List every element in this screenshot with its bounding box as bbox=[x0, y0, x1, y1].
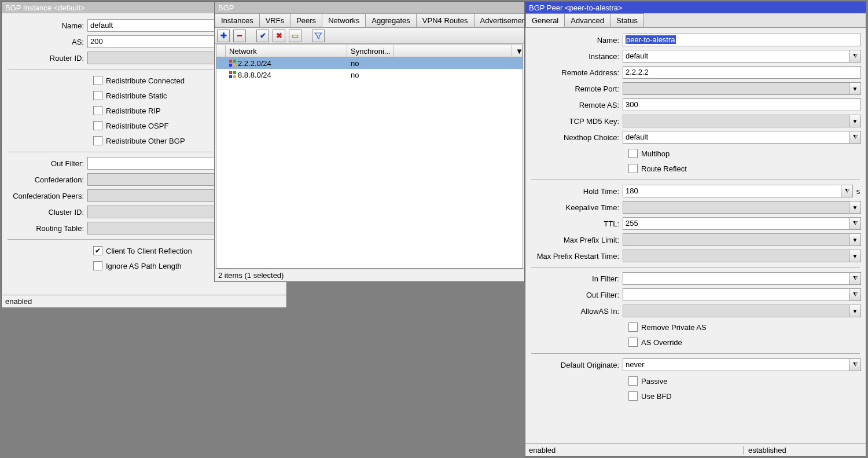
window-title: BGP Peer <peer-to-alestra> bbox=[525, 2, 866, 13]
tab-peers[interactable]: Peers bbox=[290, 13, 322, 27]
name-input[interactable]: peer-to-alestra bbox=[623, 34, 861, 46]
network-icon bbox=[229, 60, 236, 67]
tabs: Instances VRFs Peers Networks Aggregates… bbox=[215, 13, 524, 28]
ttl-label: TTL: bbox=[530, 219, 623, 228]
network-icon bbox=[229, 71, 236, 78]
md5-input[interactable] bbox=[623, 115, 849, 127]
status-established: established bbox=[748, 446, 858, 455]
bgp-window: BGP Instances VRFs Peers Networks Aggreg… bbox=[214, 1, 525, 282]
nexthop-input[interactable]: default bbox=[623, 131, 849, 144]
redistribute-static-label: Redistribute Static bbox=[106, 91, 167, 100]
redistribute-connected-checkbox[interactable] bbox=[93, 76, 102, 85]
keepalive-dropdown[interactable]: ▼ bbox=[849, 201, 861, 214]
add-button[interactable]: ✚ bbox=[217, 30, 230, 42]
toolbar: ✚ ━ ✔ ✖ ▭ bbox=[215, 28, 524, 44]
ttl-input[interactable]: 255 bbox=[623, 217, 849, 230]
filter-button[interactable] bbox=[312, 30, 325, 42]
tab-aggregates[interactable]: Aggregates bbox=[365, 13, 417, 27]
name-label: Name: bbox=[530, 36, 623, 45]
passive-label: Passive bbox=[641, 377, 668, 386]
md5-dropdown[interactable]: ▼ bbox=[849, 115, 861, 127]
asoverride-label: AS Override bbox=[641, 338, 682, 347]
client-to-client-label: Client To Client Reflection bbox=[106, 247, 192, 255]
tab-general[interactable]: General bbox=[525, 13, 565, 27]
maxprefix-input[interactable] bbox=[623, 233, 849, 246]
tabs: General Advanced Status bbox=[525, 13, 866, 28]
table-row[interactable]: 8.8.8.0/24 no bbox=[216, 69, 523, 80]
allowasin-dropdown[interactable]: ▼ bbox=[849, 305, 861, 317]
routereflect-checkbox[interactable] bbox=[628, 164, 638, 173]
holdtime-dropdown[interactable]: ⧨ bbox=[841, 185, 853, 197]
tab-status[interactable]: Status bbox=[610, 13, 644, 27]
disable-button[interactable]: ✖ bbox=[273, 30, 285, 42]
ttl-dropdown[interactable]: ⧨ bbox=[849, 217, 861, 230]
maxprefixrestart-dropdown[interactable]: ▼ bbox=[849, 250, 861, 262]
holdtime-input[interactable]: 180 bbox=[623, 185, 841, 197]
redistribute-ospf-label: Redistribute OSPF bbox=[106, 122, 168, 130]
nexthop-dropdown[interactable]: ⧨ bbox=[849, 131, 861, 144]
remoteaddr-input[interactable]: 2.2.2.2 bbox=[623, 66, 861, 79]
tab-advertisements[interactable]: Advertisements bbox=[474, 13, 524, 27]
form-area: Name:peer-to-alestra Instance:default⧨ R… bbox=[525, 28, 866, 442]
infilter-input[interactable] bbox=[623, 272, 849, 285]
status-bar: enabled bbox=[2, 295, 286, 307]
allowasin-input[interactable] bbox=[623, 305, 849, 317]
usebfd-checkbox[interactable] bbox=[628, 391, 638, 401]
removeprivateas-checkbox[interactable] bbox=[628, 323, 638, 332]
redistribute-otherbgp-checkbox[interactable] bbox=[93, 136, 102, 145]
maxprefix-label: Max Prefix Limit: bbox=[530, 236, 623, 244]
remoteport-label: Remote Port: bbox=[530, 85, 623, 93]
maxprefix-dropdown[interactable]: ▼ bbox=[849, 233, 861, 246]
ignore-aspath-checkbox[interactable] bbox=[93, 261, 102, 270]
keepalive-input[interactable] bbox=[623, 201, 849, 214]
defaultorig-dropdown[interactable]: ⧨ bbox=[849, 358, 861, 371]
defaultorig-input[interactable]: never bbox=[623, 358, 849, 371]
instance-dropdown[interactable]: ⧨ bbox=[849, 50, 861, 63]
items-count: 2 items (1 selected) bbox=[218, 271, 288, 280]
client-to-client-checkbox[interactable]: ✔ bbox=[93, 246, 102, 255]
removeprivateas-label: Remove Private AS bbox=[641, 323, 707, 332]
outfilter-dropdown[interactable]: ⧨ bbox=[849, 288, 861, 301]
table-row[interactable]: 2.2.2.0/24 no bbox=[216, 57, 523, 69]
redistribute-connected-label: Redistribute Connected bbox=[106, 76, 185, 85]
tab-instances[interactable]: Instances bbox=[215, 13, 260, 27]
tab-networks[interactable]: Networks bbox=[322, 13, 366, 27]
tab-vrfs[interactable]: VRFs bbox=[259, 13, 291, 27]
tab-advanced[interactable]: Advanced bbox=[564, 13, 610, 27]
remoteport-input[interactable] bbox=[623, 82, 849, 95]
redistribute-static-checkbox[interactable] bbox=[93, 91, 102, 100]
usebfd-label: Use BFD bbox=[641, 392, 672, 401]
networks-table: Network Synchroni... ▼ 2.2.2.0/24 no 8.8… bbox=[216, 45, 523, 269]
infilter-dropdown[interactable]: ⧨ bbox=[849, 272, 861, 285]
multihop-checkbox[interactable] bbox=[628, 149, 638, 158]
col-synchronize[interactable]: Synchroni... bbox=[347, 45, 393, 57]
remoteas-input[interactable]: 300 bbox=[623, 98, 861, 111]
network-cell: 8.8.8.0/24 bbox=[238, 71, 271, 79]
routerid-label: Router ID: bbox=[6, 54, 87, 63]
status-bar: 2 items (1 selected) bbox=[215, 269, 524, 281]
col-network[interactable]: Network bbox=[226, 45, 347, 57]
redistribute-otherbgp-label: Redistribute Other BGP bbox=[106, 137, 185, 145]
ignore-aspath-label: Ignore AS Path Length bbox=[106, 262, 182, 270]
sync-cell: no bbox=[347, 69, 393, 80]
redistribute-ospf-checkbox[interactable] bbox=[93, 121, 102, 130]
redistribute-rip-checkbox[interactable] bbox=[93, 106, 102, 115]
column-chooser[interactable]: ▼ bbox=[512, 45, 523, 57]
asoverride-checkbox[interactable] bbox=[628, 338, 638, 347]
maxprefixrestart-label: Max Prefix Restart Time: bbox=[530, 252, 623, 261]
allowasin-label: AllowAS In: bbox=[530, 307, 623, 316]
name-label: Name: bbox=[6, 21, 87, 30]
redistribute-rip-label: Redistribute RIP bbox=[106, 107, 161, 115]
remove-button[interactable]: ━ bbox=[233, 30, 246, 42]
comment-button[interactable]: ▭ bbox=[289, 30, 301, 42]
enable-button[interactable]: ✔ bbox=[256, 30, 269, 42]
instance-input[interactable]: default bbox=[623, 50, 849, 63]
name-value: peer-to-alestra bbox=[626, 35, 676, 44]
maxprefixrestart-input[interactable] bbox=[623, 250, 849, 262]
status-enabled: enabled bbox=[529, 446, 744, 455]
tab-vpn4routes[interactable]: VPN4 Routes bbox=[416, 13, 475, 27]
passive-checkbox[interactable] bbox=[628, 376, 638, 386]
multihop-label: Multihop bbox=[641, 149, 670, 158]
outfilter-input[interactable] bbox=[623, 288, 849, 301]
remoteport-dropdown[interactable]: ▼ bbox=[849, 82, 861, 95]
